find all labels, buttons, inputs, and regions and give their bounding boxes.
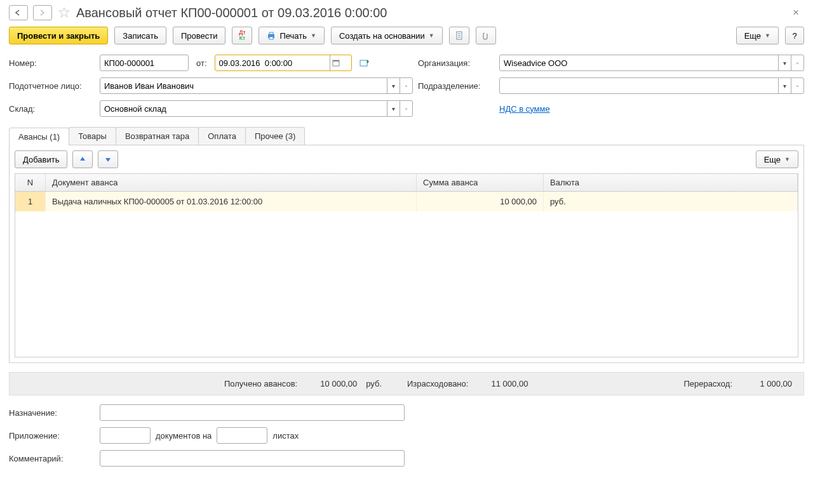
date-input[interactable] <box>215 55 330 70</box>
received-value: 10 000,00 <box>306 379 357 388</box>
tab-return-tare[interactable]: Возвратная тара <box>116 127 199 145</box>
favorite-star-icon[interactable] <box>57 6 71 20</box>
comment-label: Комментарий: <box>9 454 95 463</box>
close-button[interactable]: × <box>788 6 804 19</box>
svg-rect-2 <box>269 37 273 39</box>
tab-goods[interactable]: Товары <box>69 127 116 145</box>
sheets-count-input[interactable] <box>217 428 267 443</box>
chevron-down-icon: ▼ <box>765 32 770 39</box>
received-label: Получено авансов: <box>224 379 297 388</box>
arrow-down-icon <box>104 156 112 163</box>
post-and-close-button[interactable]: Провести и закрыть <box>9 27 108 44</box>
dept-open-button[interactable]: ▫ <box>791 78 803 93</box>
refresh-button[interactable] <box>357 58 372 67</box>
comment-input[interactable] <box>100 451 404 466</box>
move-down-button[interactable] <box>98 150 118 168</box>
purpose-label: Назначение: <box>9 408 95 418</box>
spent-label: Израсходовано: <box>407 379 468 388</box>
dt-kt-button[interactable]: ДтКт <box>232 27 252 44</box>
spent-value: 11 000,00 <box>477 379 528 388</box>
person-open-button[interactable]: ▫ <box>400 78 412 93</box>
nav-back-button[interactable] <box>9 5 28 20</box>
calendar-icon <box>332 59 340 67</box>
received-cur: руб. <box>366 379 382 388</box>
org-input[interactable] <box>500 55 778 70</box>
org-open-button[interactable]: ▫ <box>791 55 803 70</box>
cell-sum: 10 000,00 <box>417 192 544 211</box>
person-input[interactable] <box>100 78 387 93</box>
warehouse-input[interactable] <box>100 101 387 116</box>
vat-link[interactable]: НДС в сумме <box>499 104 550 114</box>
chevron-down-icon: ▼ <box>784 156 790 162</box>
cell-doc: Выдача наличных КП00-000005 от 01.03.201… <box>46 192 417 211</box>
arrow-left-icon <box>15 10 22 16</box>
summary-bar: Получено авансов: 10 000,00 руб. Израсхо… <box>9 372 804 395</box>
col-n: N <box>15 174 46 191</box>
attach-button[interactable] <box>476 27 496 44</box>
add-row-button[interactable]: Добавить <box>15 150 67 168</box>
more-button[interactable]: Еще ▼ <box>736 27 779 44</box>
svg-rect-8 <box>333 60 339 62</box>
dt-kt-icon: ДтКт <box>239 30 245 41</box>
calendar-button[interactable] <box>330 55 342 70</box>
save-button[interactable]: Записать <box>114 27 166 44</box>
table-more-button[interactable]: Еще ▼ <box>756 150 798 168</box>
sheets-text: листах <box>272 431 299 441</box>
person-label: Подотчетное лицо: <box>9 81 95 91</box>
person-dropdown-button[interactable]: ▾ <box>387 78 400 93</box>
attach-label: Приложение: <box>9 431 95 441</box>
tab-advances[interactable]: Авансы (1) <box>9 128 69 145</box>
dept-label: Подразделение: <box>418 81 494 91</box>
tab-payment[interactable]: Оплата <box>198 127 246 145</box>
dept-input[interactable] <box>500 78 778 93</box>
tab-other[interactable]: Прочее (3) <box>245 127 305 145</box>
over-label: Перерасход: <box>684 379 733 388</box>
col-sum: Сумма аванса <box>417 174 544 191</box>
org-dropdown-button[interactable]: ▾ <box>778 55 791 70</box>
post-button[interactable]: Провести <box>173 27 226 44</box>
arrow-up-icon <box>79 156 86 163</box>
docs-text: документов на <box>156 431 212 441</box>
warehouse-open-button[interactable]: ▫ <box>400 101 412 116</box>
col-doc: Документ аванса <box>46 174 417 191</box>
docs-count-input[interactable] <box>100 428 150 443</box>
svg-rect-1 <box>269 32 273 34</box>
nav-forward-button[interactable] <box>33 5 52 20</box>
chevron-down-icon: ▼ <box>429 32 434 39</box>
cell-cur: руб. <box>544 192 798 211</box>
refresh-icon <box>359 58 370 67</box>
move-up-button[interactable] <box>72 150 93 168</box>
org-label: Организация: <box>418 58 494 68</box>
from-label: от: <box>194 58 210 68</box>
warehouse-dropdown-button[interactable]: ▾ <box>387 101 400 116</box>
help-button[interactable]: ? <box>785 27 804 44</box>
arrow-right-icon <box>39 10 46 16</box>
chevron-down-icon: ▼ <box>311 32 316 39</box>
cell-n: 1 <box>15 192 46 211</box>
number-label: Номер: <box>9 58 95 68</box>
page-title: Авансовый отчет КП00-000001 от 09.03.201… <box>76 6 387 20</box>
purpose-input[interactable] <box>100 405 404 420</box>
svg-rect-9 <box>360 60 367 66</box>
create-based-on-button[interactable]: Создать на основании ▼ <box>331 27 443 44</box>
document-icon <box>455 31 464 40</box>
over-value: 1 000,00 <box>741 379 792 388</box>
warehouse-label: Склад: <box>9 104 95 114</box>
dept-dropdown-button[interactable]: ▾ <box>778 78 791 93</box>
table-row[interactable]: 1 Выдача наличных КП00-000005 от 01.03.2… <box>15 192 798 211</box>
col-cur: Валюта <box>544 174 798 191</box>
advances-table: N Документ аванса Сумма аванса Валюта 1 … <box>15 173 798 357</box>
print-button[interactable]: Печать ▼ <box>259 27 325 44</box>
document-button[interactable] <box>449 27 469 44</box>
paperclip-icon <box>481 31 490 40</box>
printer-icon <box>267 31 276 40</box>
